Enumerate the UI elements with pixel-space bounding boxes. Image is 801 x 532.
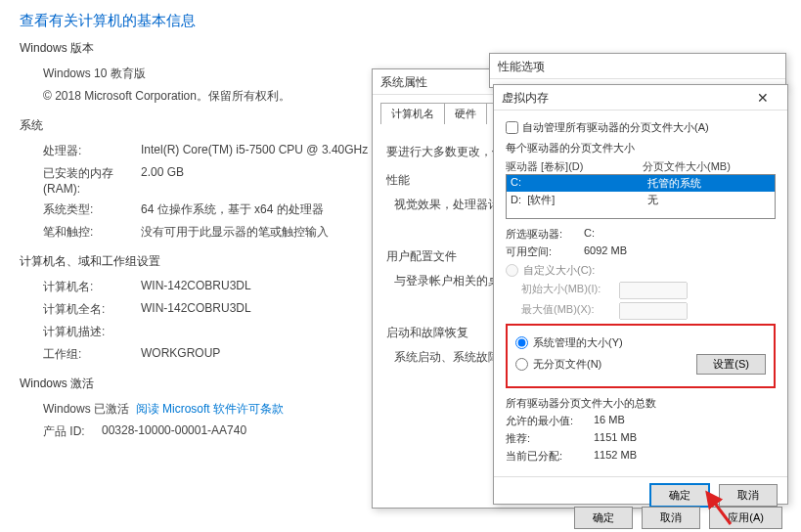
perfopts-title: 性能选项 [498,54,545,79]
initial-size-input[interactable] [619,282,688,299]
license-link[interactable]: 阅读 Microsoft 软件许可条款 [136,401,284,418]
highlighted-region: 系统管理的大小(Y) 无分页文件(N) 设置(S) [506,324,776,388]
pcname: WIN-142COBRU3DL [141,279,251,295]
workgroup: WORKGROUP [141,346,220,363]
apply-button[interactable]: 应用(A) [709,507,782,529]
drive-row[interactable]: D: [软件] 无 [507,192,775,208]
cancel-button[interactable]: 取消 [719,484,778,507]
drive-row[interactable]: C: 托管的系统 [507,175,775,192]
virtual-memory-dialog: 虚拟内存 ✕ 自动管理所有驱动器的分页文件大小(A) 每个驱动器的分页文件大小 … [493,84,788,505]
tab-computer-name[interactable]: 计算机名 [380,103,445,124]
systype: 64 位操作系统，基于 x64 的处理器 [141,201,324,218]
close-icon[interactable]: ✕ [746,85,779,111]
rec-size: 1151 MB [594,431,637,446]
pen: 没有可用于此显示器的笔或触控输入 [141,224,329,241]
sysprops-title: 系统属性 [380,69,427,95]
edition: Windows 10 教育版 [43,66,146,82]
ram: 2.00 GB [141,165,184,196]
vmem-title: 虚拟内存 [502,85,549,111]
selected-drive: C: [584,227,595,242]
activation-status: Windows 已激活 [43,401,129,418]
radio-system-managed[interactable] [515,336,528,349]
product-id: 00328-10000-00001-AA740 [102,423,246,440]
set-button[interactable]: 设置(S) [696,354,766,375]
min-size: 16 MB [594,414,625,428]
pcfull: WIN-142COBRU3DL [141,301,251,318]
drive-list[interactable]: C: 托管的系统 D: [软件] 无 [506,174,776,219]
radio-custom-size[interactable] [506,264,518,277]
cur-size: 1152 MB [594,449,637,464]
copyright: © 2018 Microsoft Corporation。保留所有权利。 [43,88,290,105]
avail-space: 6092 MB [584,244,627,259]
sysprops-footer: 确定 取消 应用(A) [493,507,788,529]
ok-button[interactable]: 确定 [649,483,710,508]
performance-options-dialog: 性能选项 [489,53,786,88]
max-size-input[interactable] [619,302,688,320]
tab-hardware[interactable]: 硬件 [445,103,487,124]
ok-button[interactable]: 确定 [574,507,633,529]
cancel-button[interactable]: 取消 [642,507,700,529]
page-title: 查看有关计算机的基本信息 [20,12,781,30]
auto-manage-checkbox[interactable] [506,121,518,134]
radio-no-paging[interactable] [515,358,528,371]
